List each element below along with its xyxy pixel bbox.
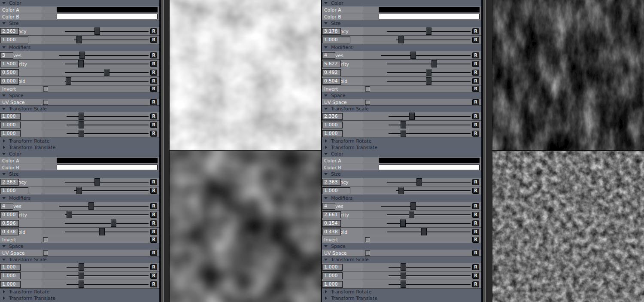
lacunarity-slider-track[interactable] bbox=[387, 214, 471, 215]
octaves-slider-handle[interactable] bbox=[79, 52, 85, 59]
reset-button[interactable]: R bbox=[150, 281, 157, 287]
reset-button[interactable]: R bbox=[472, 61, 479, 67]
threshold-slider-track[interactable] bbox=[65, 81, 149, 82]
section-header-color[interactable]: Color bbox=[0, 151, 159, 157]
reset-button[interactable]: R bbox=[150, 264, 157, 270]
octaves-value-input[interactable]: 4 bbox=[322, 52, 335, 59]
seed-slider-track[interactable] bbox=[396, 40, 471, 40]
section-header-transform-translate[interactable]: Transform Translate bbox=[322, 144, 481, 151]
frequency-slider-track[interactable] bbox=[65, 31, 149, 32]
frequency-slider-handle[interactable] bbox=[426, 27, 431, 35]
scale-x-slider-track[interactable] bbox=[389, 116, 471, 117]
color-a-color-swatch[interactable] bbox=[57, 158, 158, 163]
lacunarity-slider-track[interactable] bbox=[65, 214, 149, 215]
panel-splitter[interactable] bbox=[482, 0, 492, 302]
frequency-value-input[interactable]: 2.363 bbox=[322, 179, 341, 186]
reset-button[interactable]: R bbox=[472, 131, 479, 137]
octaves-value-input[interactable]: 3 bbox=[0, 52, 13, 59]
reset-button[interactable]: R bbox=[150, 86, 157, 92]
color-a-color-swatch[interactable] bbox=[379, 158, 480, 163]
reset-button[interactable]: R bbox=[472, 86, 479, 92]
octaves-slider-track[interactable] bbox=[381, 55, 471, 56]
section-header-transform-scale[interactable]: Transform Scale bbox=[0, 106, 159, 112]
section-header-transform-translate[interactable]: Transform Translate bbox=[322, 295, 481, 302]
reset-button[interactable]: R bbox=[472, 281, 479, 287]
octaves-slider-handle[interactable] bbox=[410, 202, 416, 210]
threshold-slider-handle[interactable] bbox=[421, 228, 427, 235]
reset-button[interactable]: R bbox=[472, 250, 479, 256]
reset-button[interactable]: R bbox=[150, 28, 157, 34]
threshold-value-input[interactable]: 0.438 bbox=[0, 229, 19, 235]
seed-value-input[interactable]: 1.000 bbox=[322, 37, 350, 43]
section-header-transform-translate[interactable]: Transform Translate bbox=[0, 295, 159, 302]
reset-button[interactable]: R bbox=[472, 188, 479, 194]
scale-y-slider-handle[interactable] bbox=[401, 272, 406, 279]
reset-button[interactable]: R bbox=[472, 122, 479, 128]
invert-checkbox[interactable] bbox=[365, 86, 370, 92]
frequency-slider-handle[interactable] bbox=[416, 178, 422, 186]
frequency-slider-track[interactable] bbox=[65, 182, 149, 183]
scale-y-value-input[interactable]: 1.000 bbox=[0, 272, 21, 279]
section-header-transform-rotate[interactable]: Transform Rotate bbox=[0, 138, 159, 144]
reset-button[interactable]: R bbox=[150, 203, 157, 209]
reset-button[interactable]: R bbox=[472, 99, 479, 105]
gain-slider-track[interactable] bbox=[65, 223, 149, 224]
reset-button[interactable]: R bbox=[150, 113, 157, 119]
section-header-size[interactable]: Size bbox=[322, 171, 481, 178]
lacunarity-slider-track[interactable] bbox=[387, 64, 471, 64]
threshold-value-input[interactable]: 0.504 bbox=[322, 78, 341, 85]
scale-x-slider-handle[interactable] bbox=[401, 263, 406, 271]
scale-x-slider-handle[interactable] bbox=[409, 113, 415, 120]
octaves-slider-handle[interactable] bbox=[410, 52, 416, 59]
scale-y-value-input[interactable]: 1.000 bbox=[0, 122, 21, 128]
lacunarity-slider-handle[interactable] bbox=[409, 211, 414, 218]
color-b-color-swatch[interactable] bbox=[57, 165, 158, 170]
section-header-transform-rotate[interactable]: Transform Rotate bbox=[322, 138, 481, 144]
color-b-color-swatch[interactable] bbox=[379, 14, 480, 19]
panel-splitter[interactable] bbox=[160, 0, 170, 302]
scale-x-value-input[interactable]: 1.000 bbox=[0, 113, 21, 120]
color-b-color-swatch[interactable] bbox=[379, 165, 480, 170]
gain-slider-handle[interactable] bbox=[111, 220, 116, 227]
scale-y-value-input[interactable]: 1.000 bbox=[322, 272, 343, 279]
scale-x-value-input[interactable]: 2.336 bbox=[322, 113, 343, 120]
scale-y-slider-handle[interactable] bbox=[79, 121, 84, 128]
section-header-modifiers[interactable]: Modifiers bbox=[322, 195, 481, 202]
uv-space-checkbox[interactable] bbox=[365, 100, 370, 105]
uv-space-checkbox[interactable] bbox=[43, 250, 48, 256]
reset-button[interactable]: R bbox=[472, 203, 479, 209]
threshold-slider-track[interactable] bbox=[65, 232, 149, 232]
reset-button[interactable]: R bbox=[150, 212, 157, 218]
color-b-color-swatch[interactable] bbox=[57, 14, 158, 19]
section-header-modifiers[interactable]: Modifiers bbox=[322, 44, 481, 51]
color-a-color-swatch[interactable] bbox=[379, 7, 480, 12]
threshold-slider-handle[interactable] bbox=[66, 77, 71, 85]
scale-z-value-input[interactable]: 1.000 bbox=[0, 281, 21, 288]
reset-button[interactable]: R bbox=[472, 113, 479, 119]
reset-button[interactable]: R bbox=[150, 250, 157, 256]
scale-z-value-input[interactable]: 1.000 bbox=[322, 130, 343, 137]
seed-slider-track[interactable] bbox=[74, 190, 149, 191]
reset-button[interactable]: R bbox=[472, 52, 479, 58]
section-header-color[interactable]: Color bbox=[322, 0, 481, 6]
frequency-value-input[interactable]: 2.363 bbox=[0, 28, 19, 35]
seed-slider-handle[interactable] bbox=[398, 187, 404, 194]
frequency-value-input[interactable]: 3.178 bbox=[322, 28, 341, 35]
lacunarity-value-input[interactable]: 5.622 bbox=[322, 61, 341, 67]
invert-checkbox[interactable] bbox=[365, 237, 370, 242]
octaves-slider-handle[interactable] bbox=[88, 202, 94, 210]
section-header-transform-rotate[interactable]: Transform Rotate bbox=[322, 289, 481, 295]
lacunarity-slider-handle[interactable] bbox=[67, 211, 72, 218]
threshold-slider-handle[interactable] bbox=[99, 228, 105, 235]
section-header-modifiers[interactable]: Modifiers bbox=[0, 44, 159, 51]
octaves-value-input[interactable]: 4 bbox=[0, 203, 13, 210]
scale-y-slider-handle[interactable] bbox=[79, 272, 84, 279]
section-header-transform-scale[interactable]: Transform Scale bbox=[0, 256, 159, 263]
frequency-value-input[interactable]: 2.363 bbox=[0, 179, 19, 186]
threshold-slider-handle[interactable] bbox=[426, 77, 431, 85]
reset-button[interactable]: R bbox=[472, 37, 479, 43]
gain-slider-handle[interactable] bbox=[104, 69, 109, 76]
seed-value-input[interactable]: 1.000 bbox=[0, 37, 28, 43]
section-header-modifiers[interactable]: Modifiers bbox=[0, 195, 159, 202]
frequency-slider-handle[interactable] bbox=[94, 27, 100, 35]
